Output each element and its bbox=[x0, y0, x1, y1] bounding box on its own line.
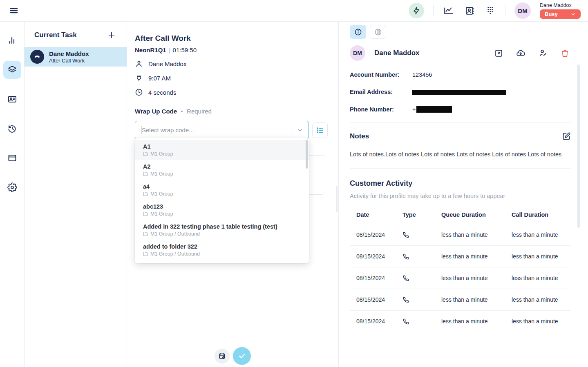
folder-icon bbox=[143, 151, 148, 156]
activity-date: 08/15/2024 bbox=[356, 253, 402, 260]
wrap-code-select[interactable]: Select wrap code... bbox=[135, 121, 309, 139]
task-contact-name: Dane Maddox bbox=[49, 50, 89, 57]
edit-contact-button[interactable] bbox=[539, 49, 548, 58]
task-list-item[interactable]: Dane Maddox After Call Work bbox=[25, 47, 127, 67]
complete-task-button[interactable] bbox=[233, 347, 251, 365]
nav-item-contacts[interactable] bbox=[3, 90, 21, 108]
activity-table-row[interactable]: 08/15/2024 less than a minute less than … bbox=[350, 224, 571, 245]
section-divider bbox=[350, 122, 571, 123]
wrap-code-option-group: M1 Group bbox=[150, 151, 173, 157]
topbar-divider bbox=[433, 5, 434, 16]
email-label: Email Address: bbox=[350, 89, 412, 95]
wrap-code-option-group: M1 Group bbox=[150, 211, 173, 217]
window-icon bbox=[7, 153, 17, 163]
wrap-code-option[interactable]: added to folder 322 M1 Group / Outbound bbox=[135, 240, 309, 260]
split-circle-icon bbox=[374, 28, 382, 36]
schedule-callback-button[interactable] bbox=[215, 349, 230, 364]
folder-icon bbox=[143, 191, 148, 196]
required-label: Required bbox=[187, 108, 212, 115]
duration-row: 4 seconds bbox=[135, 88, 338, 96]
phone-label: Phone Number: bbox=[350, 106, 412, 113]
wrap-code-option[interactable]: A1 M1 Group bbox=[135, 140, 309, 160]
folder-icon bbox=[143, 231, 148, 236]
profile-panel-scrollbar-thumb[interactable] bbox=[577, 65, 580, 228]
start-time: 9:07 AM bbox=[148, 75, 171, 82]
wrap-code-option[interactable]: A2 M1 Group bbox=[135, 160, 309, 180]
tab-split-view[interactable] bbox=[370, 25, 386, 39]
call-type-icon bbox=[402, 296, 441, 303]
edit-notes-button[interactable] bbox=[562, 132, 571, 140]
activity-call-duration: less than a minute bbox=[512, 231, 571, 238]
activity-call-duration: less than a minute bbox=[512, 253, 571, 260]
gear-icon bbox=[7, 182, 17, 192]
task-detail-panel: After Call Work NeonR1Q1|01:59:50 Dane M… bbox=[127, 22, 339, 367]
status-dropdown[interactable]: Busy bbox=[540, 9, 581, 19]
profile-header: DM Dane Maddox bbox=[350, 45, 571, 61]
main-panel-scrollbar-thumb[interactable] bbox=[336, 186, 338, 212]
activity-table-row[interactable]: 08/15/2024 less than a minute less than … bbox=[350, 267, 571, 289]
call-type-icon bbox=[402, 231, 441, 238]
plus-icon bbox=[107, 31, 116, 40]
user-avatar[interactable]: DM bbox=[514, 2, 531, 19]
column-header-queue-duration: Queue Duration bbox=[441, 211, 512, 218]
phone-row: Phone Number: + bbox=[350, 106, 571, 113]
activity-table-row[interactable]: 08/15/2024 less than a minute less than … bbox=[350, 245, 571, 267]
external-link-icon bbox=[494, 49, 503, 58]
activity-table-row[interactable]: 08/15/2024 less than a minute less than … bbox=[350, 310, 571, 332]
person-icon bbox=[135, 60, 143, 68]
wrap-code-option[interactable]: abc123 M1 Group bbox=[135, 200, 309, 220]
tab-profile-info[interactable] bbox=[350, 25, 366, 39]
wrap-code-option[interactable]: Added in 322 testing phase 1 table testi… bbox=[135, 220, 309, 240]
activity-date: 08/15/2024 bbox=[356, 318, 402, 325]
contact-row: Dane Maddox bbox=[135, 60, 338, 68]
task-call-avatar bbox=[30, 50, 44, 64]
wrap-code-dropdown: A1 M1 Group A2 bbox=[135, 138, 309, 263]
acw-countdown: 01:59:50 bbox=[173, 47, 197, 53]
cloud-download-icon bbox=[516, 49, 525, 58]
history-icon bbox=[7, 124, 17, 133]
wrap-code-option-label: A2 bbox=[143, 163, 303, 170]
wrap-code-placeholder: Select wrap code... bbox=[142, 127, 291, 133]
left-nav-rail bbox=[0, 22, 25, 367]
bar-chart-icon bbox=[7, 36, 17, 45]
folder-icon bbox=[143, 251, 148, 256]
nav-item-tasks[interactable] bbox=[3, 61, 21, 79]
contact-card-icon bbox=[465, 6, 475, 16]
hamburger-icon bbox=[9, 6, 19, 16]
pipe-separator: | bbox=[169, 47, 170, 53]
activity-table: Date Type Queue Duration Call Duration 0… bbox=[350, 207, 571, 332]
connection-time-row: 9:07 AM bbox=[135, 74, 338, 82]
folder-icon bbox=[143, 211, 148, 216]
id-card-icon bbox=[7, 94, 17, 104]
nav-item-settings[interactable] bbox=[3, 178, 21, 196]
add-task-button[interactable] bbox=[106, 30, 117, 40]
task-state-label: After Call Work bbox=[49, 58, 89, 64]
bulleted-list-icon bbox=[316, 126, 324, 134]
nav-item-browser[interactable] bbox=[3, 149, 21, 167]
wrap-code-option[interactable]: a4 M1 Group bbox=[135, 180, 309, 200]
contacts-button[interactable] bbox=[464, 5, 476, 17]
clock-icon bbox=[135, 88, 143, 96]
browse-wrap-codes-button[interactable] bbox=[312, 122, 328, 138]
activity-queue-duration: less than a minute bbox=[441, 296, 512, 303]
dialpad-button[interactable] bbox=[485, 5, 496, 16]
column-header-date: Date bbox=[356, 211, 402, 218]
download-profile-button[interactable] bbox=[516, 49, 525, 58]
nav-item-stats[interactable] bbox=[3, 31, 21, 49]
activity-table-row[interactable]: 08/15/2024 less than a minute less than … bbox=[350, 289, 571, 310]
open-profile-button[interactable] bbox=[494, 49, 503, 58]
contact-name: Dane Maddox bbox=[148, 60, 186, 67]
activity-call-duration: less than a minute bbox=[512, 275, 571, 281]
nav-item-history[interactable] bbox=[3, 120, 21, 138]
dropdown-scrollbar-thumb[interactable] bbox=[306, 140, 308, 169]
quick-connect-button[interactable] bbox=[409, 3, 424, 18]
wrap-up-code-label: Wrap Up Code bbox=[135, 108, 177, 115]
reporting-button[interactable] bbox=[443, 4, 455, 17]
status-label: Busy bbox=[545, 11, 558, 17]
person-edit-icon bbox=[539, 49, 548, 58]
menu-toggle-button[interactable] bbox=[7, 3, 21, 18]
chevron-down-icon[interactable] bbox=[291, 127, 309, 134]
notes-text: Lots of notes.Lots of notes Lots of note… bbox=[350, 150, 571, 158]
info-icon bbox=[354, 28, 362, 36]
delete-contact-button[interactable] bbox=[561, 49, 569, 58]
